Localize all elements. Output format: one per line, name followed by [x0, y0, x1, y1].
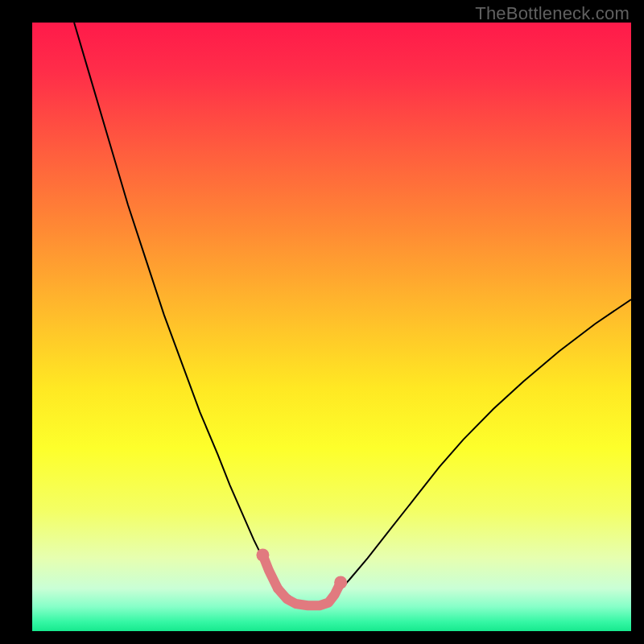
chart-frame: TheBottleneck.com [0, 0, 644, 644]
left-mid-dot [273, 584, 283, 593]
background-gradient [32, 23, 631, 631]
right-end-dot [334, 576, 347, 589]
chart-svg [32, 23, 631, 631]
watermark-text: TheBottleneck.com [475, 3, 630, 24]
left-end-dot [256, 549, 269, 562]
plot-area [32, 23, 631, 631]
